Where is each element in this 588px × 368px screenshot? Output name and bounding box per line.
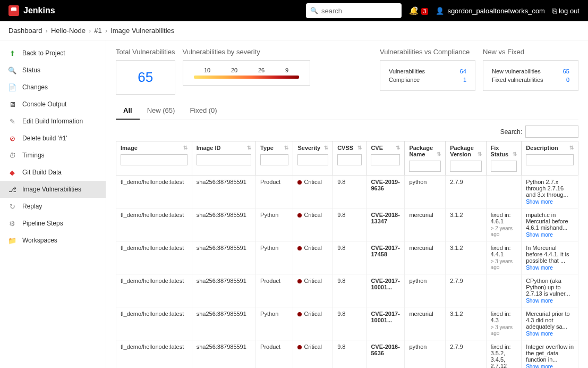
- cell-package-name: python: [405, 340, 446, 369]
- filter-input[interactable]: [491, 161, 517, 172]
- kv-key: Fixed vulnerabilities: [492, 77, 543, 83]
- show-more-link[interactable]: Show more: [526, 331, 574, 337]
- show-more-link[interactable]: Show more: [526, 265, 574, 271]
- col-package-version[interactable]: Package Version⇅: [446, 141, 486, 175]
- sort-icon[interactable]: ⇅: [396, 145, 400, 150]
- user-menu[interactable]: 👤 sgordon_paloaltonetworks_com: [436, 7, 545, 15]
- cell-package-version: 2.7.9: [446, 274, 486, 307]
- sidebar-label: Status: [22, 66, 40, 74]
- filter-input[interactable]: [297, 154, 328, 165]
- show-more-link[interactable]: Show more: [526, 199, 574, 205]
- sidebar-icon: ⊘: [7, 133, 17, 143]
- search-box[interactable]: 🔍 ❔: [306, 3, 402, 18]
- notif-count: 3: [421, 8, 429, 15]
- cell-cve[interactable]: CVE-2017-10001...: [367, 307, 405, 340]
- tab-all[interactable]: All: [116, 102, 140, 120]
- sort-icon[interactable]: ⇅: [284, 145, 288, 150]
- sidebar-item-status[interactable]: 🔍 Status: [0, 62, 106, 79]
- cell-severity: Critical: [293, 208, 333, 241]
- filter-input[interactable]: [409, 161, 441, 172]
- table-row: tl_demo/hellonode:latest sha256:38798559…: [116, 340, 578, 369]
- jenkins-logo[interactable]: Jenkins: [8, 5, 55, 16]
- cell-cvss: 9.8: [333, 241, 367, 274]
- table-row: tl_demo/hellonode:latest sha256:38798559…: [116, 208, 578, 241]
- filter-input[interactable]: [197, 154, 251, 165]
- cell-description: Python 2.7.x through 2.7.16 and 3.x thro…: [522, 175, 578, 208]
- search-icon: 🔍: [310, 7, 318, 14]
- cell-severity: Critical: [293, 241, 333, 274]
- cell-cve[interactable]: CVE-2016-5636: [367, 340, 405, 369]
- cell-image: tl_demo/hellonode:latest: [116, 274, 192, 307]
- sidebar-item-console-output[interactable]: 🖥 Console Output: [0, 96, 106, 113]
- cell-cvss: 9.8: [333, 307, 367, 340]
- kv-value: 64: [460, 68, 466, 74]
- sidebar-item-git-build-data[interactable]: ◆ Git Build Data: [0, 164, 106, 181]
- sidebar-item-pipeline-steps[interactable]: ⚙ Pipeline Steps: [0, 215, 106, 232]
- col-description[interactable]: Description⇅: [522, 141, 578, 175]
- sort-icon[interactable]: ⇅: [357, 145, 362, 150]
- sidebar-item-back-to-project[interactable]: ⬆ Back to Project: [0, 45, 106, 62]
- sidebar-item-image-vulnerabilities[interactable]: ⎇ Image Vulnerabilities: [0, 181, 106, 198]
- breadcrumb-item[interactable]: Dashboard: [8, 27, 42, 35]
- breadcrumb-item[interactable]: Image Vulnerabilities: [110, 27, 174, 35]
- col-severity[interactable]: Severity⇅: [293, 141, 333, 175]
- filter-input[interactable]: [450, 161, 481, 172]
- table-row: tl_demo/hellonode:latest sha256:38798559…: [116, 274, 578, 307]
- cell-fix-status: [486, 175, 522, 208]
- col-cvss[interactable]: CVSS⇅: [333, 141, 367, 175]
- cell-image-id: sha256:387985591: [192, 340, 255, 369]
- cell-type: Python: [256, 241, 293, 274]
- col-type[interactable]: Type⇅: [256, 141, 293, 175]
- table-search-input[interactable]: [525, 126, 578, 138]
- filter-input[interactable]: [371, 154, 400, 165]
- cell-cve[interactable]: CVE-2017-10001...: [367, 274, 405, 307]
- cell-package-version: 3.1.2: [446, 307, 486, 340]
- tab-new-65-[interactable]: New (65): [140, 102, 183, 120]
- cell-cve[interactable]: CVE-2017-17458: [367, 241, 405, 274]
- col-fix-status[interactable]: Fix Status⇅: [486, 141, 522, 175]
- sidebar-item-delete-build-1-[interactable]: ⊘ Delete build '#1': [0, 130, 106, 147]
- filter-input[interactable]: [260, 154, 288, 165]
- cell-fix-status: fixed in: 3.5.2, 3.4.5, 2.7.12> 4 years …: [486, 340, 522, 369]
- vc-title: Vulnerabilities vs Compliance: [380, 48, 475, 56]
- filter-input[interactable]: [337, 154, 362, 165]
- col-image-id[interactable]: Image ID⇅: [192, 141, 255, 175]
- sort-icon[interactable]: ⇅: [437, 151, 441, 157]
- logout-text: log out: [559, 7, 580, 15]
- cell-cve[interactable]: CVE-2018-13347: [367, 208, 405, 241]
- severity-title: Vulnerabilities by severity: [183, 48, 310, 56]
- col-cve[interactable]: CVE⇅: [367, 141, 405, 175]
- show-more-link[interactable]: Show more: [526, 364, 574, 368]
- sidebar-item-edit-build-information[interactable]: ✎ Edit Build Information: [0, 113, 106, 130]
- sort-icon[interactable]: ⇅: [247, 145, 251, 150]
- col-package-name[interactable]: Package Name⇅: [405, 141, 446, 175]
- show-more-link[interactable]: Show more: [526, 232, 574, 238]
- sidebar-item-timings[interactable]: ⏱ Timings: [0, 147, 106, 164]
- filter-input[interactable]: [121, 154, 188, 165]
- show-more-link[interactable]: Show more: [526, 298, 574, 304]
- sidebar-label: Changes: [22, 83, 48, 91]
- sidebar-icon: 🔍: [7, 65, 17, 75]
- breadcrumb-item[interactable]: Hello-Node: [51, 27, 86, 35]
- logout-link[interactable]: ⎘ log out: [552, 7, 580, 15]
- cell-cvss: 9.8: [333, 175, 367, 208]
- tab-fixed-0-[interactable]: Fixed (0): [182, 102, 224, 120]
- username: sgordon_paloaltonetworks_com: [447, 7, 545, 15]
- sort-icon[interactable]: ⇅: [324, 145, 328, 150]
- cell-image-id: sha256:387985591: [192, 175, 255, 208]
- sidebar-item-replay[interactable]: ↻ Replay: [0, 198, 106, 215]
- filter-input[interactable]: [526, 154, 574, 165]
- cell-cve[interactable]: CVE-2019-9636: [367, 175, 405, 208]
- sidebar-item-workspaces[interactable]: 📁 Workspaces: [0, 232, 106, 249]
- sort-icon[interactable]: ⇅: [478, 151, 482, 157]
- breadcrumb-item[interactable]: #1: [94, 27, 101, 35]
- col-image[interactable]: Image⇅: [116, 141, 192, 175]
- sidebar-item-changes[interactable]: 📄 Changes: [0, 79, 106, 96]
- search-input[interactable]: [321, 7, 411, 15]
- sort-icon[interactable]: ⇅: [513, 151, 517, 157]
- sort-icon[interactable]: ⇅: [183, 145, 188, 150]
- cell-package-name: mercurial: [405, 241, 446, 274]
- sidebar-icon: 📁: [7, 236, 17, 245]
- sort-icon[interactable]: ⇅: [569, 145, 574, 150]
- notifications[interactable]: 🔔 3: [409, 6, 428, 15]
